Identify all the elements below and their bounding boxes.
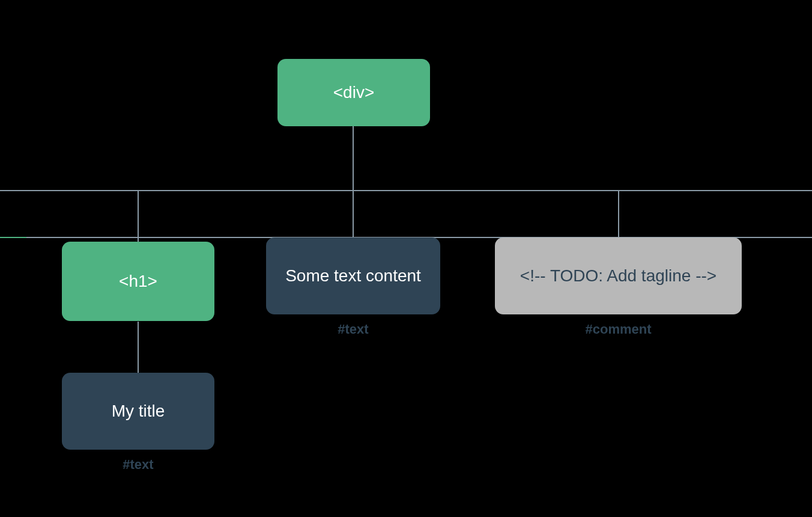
node-label: <div> bbox=[333, 82, 375, 103]
node-label: My title bbox=[112, 400, 165, 422]
node-h1-element: <h1> bbox=[62, 242, 214, 321]
caption-text-title: #text bbox=[62, 457, 214, 473]
node-label: <!-- TODO: Add tagline --> bbox=[520, 265, 717, 287]
node-text-some: Some text content bbox=[266, 237, 440, 314]
node-comment: <!-- TODO: Add tagline --> bbox=[495, 237, 742, 314]
node-div-element: <div> bbox=[277, 59, 430, 126]
node-text-title: My title bbox=[62, 373, 214, 450]
node-label: <h1> bbox=[119, 271, 157, 292]
caption-text-some: #text bbox=[266, 322, 440, 337]
node-label: Some text content bbox=[285, 265, 421, 287]
caption-comment: #comment bbox=[495, 322, 742, 337]
